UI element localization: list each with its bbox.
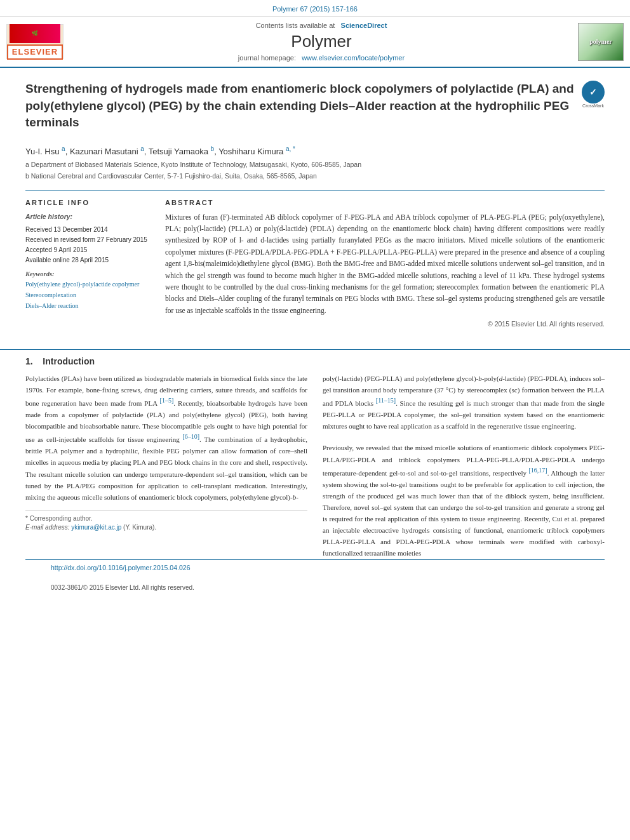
keyword-1: Poly(ethylene glycol)-polylactide copoly… bbox=[25, 279, 152, 290]
available-date: Available online 28 April 2015 bbox=[25, 255, 152, 265]
sciencedirect-prefix: Contents lists available at bbox=[256, 22, 335, 29]
author-kimura: Yoshiharu Kimura bbox=[218, 147, 283, 156]
history-label: Article history: bbox=[25, 211, 152, 223]
intro-right-text: poly(l-lactide) (PEG-PLLA) and poly(ethy… bbox=[323, 373, 605, 432]
ref-1-5[interactable]: [1–5] bbox=[160, 397, 174, 404]
intro-heading: 1. Introduction bbox=[25, 356, 605, 366]
affil-sup-a3: a, * bbox=[286, 145, 295, 152]
footer: http://dx.doi.org/10.1016/j.polymer.2015… bbox=[25, 559, 605, 595]
keywords-label: Keywords: bbox=[25, 270, 152, 277]
elsevier-logo: 🌿 ELSEVIER bbox=[7, 24, 63, 60]
footnote-email-link[interactable]: ykimura@kit.ac.jp bbox=[71, 524, 121, 531]
homepage-url[interactable]: www.elsevier.com/locate/polymer bbox=[302, 54, 405, 62]
footer-issn: 0032-3861/© 2015 Elsevier Ltd. All right… bbox=[51, 584, 579, 591]
title-row: Strengthening of hydrogels made from ena… bbox=[25, 81, 605, 139]
affiliations: a Department of Biobased Materials Scien… bbox=[25, 160, 605, 182]
article-info-column: ARTICLE INFO Article history: Received 1… bbox=[25, 199, 152, 328]
intro-right-text-2: Previously, we revealed that the mixed m… bbox=[323, 442, 605, 559]
footnote-corresponding: * Corresponding author. bbox=[25, 515, 307, 522]
whose-word: whose bbox=[455, 538, 473, 545]
revised-date: Received in revised form 27 February 201… bbox=[25, 235, 152, 245]
abstract-text: Mixtures of furan (F)-terminated AB dibl… bbox=[165, 211, 605, 317]
page: Polymer 67 (2015) 157-166 🌿 ELSEVIER Con… bbox=[0, 0, 630, 840]
polymer-logo-text: polymer bbox=[589, 38, 612, 45]
journal-title: Polymer bbox=[291, 32, 351, 51]
article-history: Article history: Received 13 December 20… bbox=[25, 211, 152, 266]
homepage-line: journal homepage: www.elsevier.com/locat… bbox=[238, 54, 405, 62]
ref-16-17[interactable]: [16,17] bbox=[529, 467, 547, 474]
keywords-items: Poly(ethylene glycol)-polylactide copoly… bbox=[25, 279, 152, 311]
left-logo-image: 🌿 ELSEVIER bbox=[6, 24, 64, 59]
intro-two-col: Polylactides (PLAs) have been utilized a… bbox=[25, 373, 605, 559]
sciencedirect-line: Contents lists available at ScienceDirec… bbox=[256, 22, 387, 29]
section-number: 1. bbox=[25, 356, 33, 366]
accepted-date: Accepted 9 April 2015 bbox=[25, 245, 152, 255]
author-masutani: Kazunari Masutani bbox=[70, 147, 138, 156]
journal-header: 🌿 ELSEVIER Contents lists available at S… bbox=[0, 17, 630, 68]
authors-line: Yu-I. Hsu a, Kazunari Masutani a, Tetsuj… bbox=[25, 145, 605, 156]
elsevier-box: ELSEVIER bbox=[7, 44, 63, 60]
author-hsu: Yu-I. Hsu bbox=[25, 147, 59, 156]
affil-sup-b: b bbox=[211, 145, 215, 152]
doi-text: Polymer 67 (2015) 157-166 bbox=[272, 5, 358, 13]
keyword-2: Stereocomplexation bbox=[25, 290, 152, 300]
journal-info-center: Contents lists available at ScienceDirec… bbox=[76, 22, 566, 62]
sciencedirect-link[interactable]: ScienceDirect bbox=[341, 22, 387, 29]
body-content: 1. Introduction Polylactides (PLAs) have… bbox=[0, 350, 630, 607]
ref-6-10[interactable]: [6–10] bbox=[182, 433, 199, 440]
info-abstract-section: ARTICLE INFO Article history: Received 1… bbox=[25, 190, 605, 328]
affiliation-a: a Department of Biobased Materials Scien… bbox=[25, 160, 605, 170]
footnote-email: E-mail address: ykimura@kit.ac.jp (Y. Ki… bbox=[25, 524, 307, 531]
elsevier-label: ELSEVIER bbox=[12, 47, 58, 57]
crossmark[interactable]: ✓ CrossMark bbox=[582, 81, 605, 103]
author-yamaoka: Tetsuji Yamaoka bbox=[149, 147, 208, 156]
crossmark-icon[interactable]: ✓ bbox=[582, 81, 605, 103]
homepage-prefix: journal homepage: bbox=[238, 54, 296, 62]
intro-right-col: poly(l-lactide) (PEG-PLLA) and poly(ethy… bbox=[323, 373, 605, 559]
abstract-label: ABSTRACT bbox=[165, 199, 605, 206]
affiliation-b: b National Cerebral and Cardiovascular C… bbox=[25, 171, 605, 182]
article-title: Strengthening of hydrogels made from ena… bbox=[25, 81, 575, 131]
received-date: Received 13 December 2014 bbox=[25, 225, 152, 235]
footer-doi[interactable]: http://dx.doi.org/10.1016/j.polymer.2015… bbox=[51, 564, 579, 571]
elsevier-logo-section: 🌿 ELSEVIER bbox=[6, 22, 70, 62]
copyright-text: © 2015 Elsevier Ltd. All rights reserved… bbox=[165, 320, 605, 328]
intro-left-text: Polylactides (PLAs) have been utilized a… bbox=[25, 373, 307, 503]
keyword-3: Diels–Alder reaction bbox=[25, 300, 152, 311]
affil-sup-a2: a bbox=[140, 145, 144, 152]
section-title: Introduction bbox=[38, 356, 95, 366]
intro-left-col: Polylactides (PLAs) have been utilized a… bbox=[25, 373, 307, 559]
elsevier-graphic: 🌿 bbox=[10, 24, 60, 43]
polymer-logo-image: polymer bbox=[578, 23, 624, 61]
article-content: Strengthening of hydrogels made from ena… bbox=[0, 68, 630, 349]
article-info-label: ARTICLE INFO bbox=[25, 199, 152, 206]
affil-sup-a1: a bbox=[62, 145, 65, 152]
abstract-column: ABSTRACT Mixtures of furan (F)-terminate… bbox=[165, 199, 605, 328]
footnote-section: * Corresponding author. E-mail address: … bbox=[25, 510, 307, 531]
polymer-logo-section: polymer bbox=[573, 22, 624, 62]
footnote-email-name: (Y. Kimura). bbox=[123, 524, 156, 531]
ref-11-15[interactable]: [11–15] bbox=[376, 397, 396, 404]
info-dates: Received 13 December 2014 Received in re… bbox=[25, 225, 152, 265]
doi-bar: Polymer 67 (2015) 157-166 bbox=[0, 0, 630, 17]
